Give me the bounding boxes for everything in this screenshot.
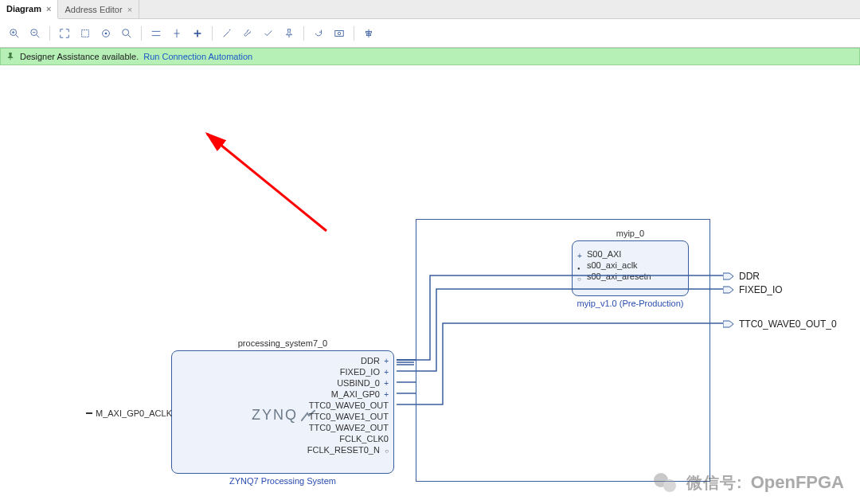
port-s00-aresetn[interactable]: s00_axi_aresetn xyxy=(577,272,651,281)
port-ttc0-2[interactable]: TTC0_WAVE2_OUT xyxy=(309,423,389,432)
ext-port-ttc0[interactable]: TTC0_WAVE0_OUT_0 xyxy=(723,318,837,330)
toolbar-separator xyxy=(303,26,304,41)
port-s00-aclk[interactable]: s00_axi_aclk xyxy=(577,260,638,270)
tab-label: Diagram xyxy=(6,4,41,14)
tabbar: Diagram × Address Editor × xyxy=(0,0,860,19)
block-ps7[interactable]: processing_system7_0 ZYNQ7 Processing Sy… xyxy=(171,350,394,474)
assistance-banner: Designer Assistance available. Run Conne… xyxy=(0,48,860,65)
svg-point-30 xyxy=(663,479,676,492)
port-ttc0-1[interactable]: TTC0_WAVE1_OUT xyxy=(309,412,389,421)
port-fclk-reset[interactable]: FCLK_RESET0_N xyxy=(307,445,389,455)
block-subtitle: ZYNQ7 Processing System xyxy=(172,476,393,486)
port-m-axi-gp0-aclk[interactable]: M_AXI_GP0_ACLK xyxy=(86,408,172,418)
toolbar xyxy=(0,19,860,48)
block-myip[interactable]: myip_0 myip_v1.0 (Pre-Production) S00_AX… xyxy=(572,240,689,296)
svg-line-11 xyxy=(128,34,131,37)
ext-port-label: DDR xyxy=(739,271,760,282)
ext-port-fixed-io[interactable]: FIXED_IO xyxy=(723,284,783,295)
block-title: processing_system7_0 xyxy=(172,338,393,348)
refresh-icon[interactable] xyxy=(309,24,328,43)
pin-icon xyxy=(6,52,15,61)
toolbar-separator xyxy=(354,26,354,41)
wrench-icon[interactable] xyxy=(238,24,257,43)
svg-point-10 xyxy=(123,29,129,35)
toolbar-separator xyxy=(212,26,213,41)
tab-diagram[interactable]: Diagram × xyxy=(0,0,58,19)
target-icon[interactable] xyxy=(96,24,115,43)
svg-line-18 xyxy=(224,31,229,37)
svg-point-9 xyxy=(105,32,108,34)
port-m-axi-gp0[interactable]: M_AXI_GP0 xyxy=(331,389,389,399)
tab-address-editor[interactable]: Address Editor × xyxy=(58,0,139,19)
hsplit-icon[interactable] xyxy=(147,24,166,43)
svg-rect-7 xyxy=(82,29,89,37)
screenshot-icon[interactable] xyxy=(330,24,349,43)
annotation-arrow xyxy=(183,127,342,239)
toolbar-separator xyxy=(49,26,50,41)
wand-icon[interactable] xyxy=(217,24,236,43)
banner-message: Designer Assistance available. xyxy=(20,52,139,61)
pin-icon[interactable] xyxy=(280,24,299,43)
svg-line-28 xyxy=(207,134,326,231)
expand-icon[interactable] xyxy=(76,24,95,43)
diagram-canvas[interactable]: DDR FIXED_IO TTC0_WAVE0_OUT_0 myip_0 myi… xyxy=(0,65,860,504)
close-icon[interactable]: × xyxy=(127,5,132,14)
block-subtitle: myip_v1.0 (Pre-Production) xyxy=(573,299,688,308)
port-fixed-io[interactable]: FIXED_IO xyxy=(340,367,389,377)
svg-point-21 xyxy=(338,32,341,35)
toolbar-separator xyxy=(141,26,142,41)
run-connection-automation-link[interactable]: Run Connection Automation xyxy=(143,52,252,61)
close-icon[interactable]: × xyxy=(46,4,51,14)
watermark-brand: OpenFPGA xyxy=(751,472,844,493)
svg-line-1 xyxy=(16,34,19,37)
watermark-label: 微信号: xyxy=(686,472,743,494)
tab-label: Address Editor xyxy=(64,5,122,14)
block-title: myip_0 xyxy=(573,229,688,238)
port-ttc0-0[interactable]: TTC0_WAVE0_OUT xyxy=(309,400,389,410)
zoom-in-icon[interactable] xyxy=(5,24,24,43)
ext-port-label: FIXED_IO xyxy=(739,284,783,295)
zynq-brand: ZYNQ xyxy=(252,407,315,424)
svg-rect-20 xyxy=(335,30,344,36)
ext-port-ddr[interactable]: DDR xyxy=(723,271,760,282)
port-ddr[interactable]: DDR xyxy=(361,356,389,365)
search-icon[interactable] xyxy=(117,24,136,43)
port-s00-axi[interactable]: S00_AXI xyxy=(577,249,621,259)
vcenter-icon[interactable] xyxy=(167,24,186,43)
ext-port-label: TTC0_WAVE0_OUT_0 xyxy=(739,318,837,330)
watermark: 微信号: OpenFPGA xyxy=(651,469,844,496)
port-usbind0[interactable]: USBIND_0 xyxy=(337,378,389,388)
check-icon[interactable] xyxy=(259,24,278,43)
align-icon[interactable] xyxy=(359,24,378,43)
svg-line-5 xyxy=(37,34,40,37)
zoom-out-icon[interactable] xyxy=(25,24,45,43)
fit-icon[interactable] xyxy=(55,24,74,43)
add-icon[interactable] xyxy=(188,24,207,43)
port-fclk-clk0[interactable]: FCLK_CLK0 xyxy=(339,434,389,443)
